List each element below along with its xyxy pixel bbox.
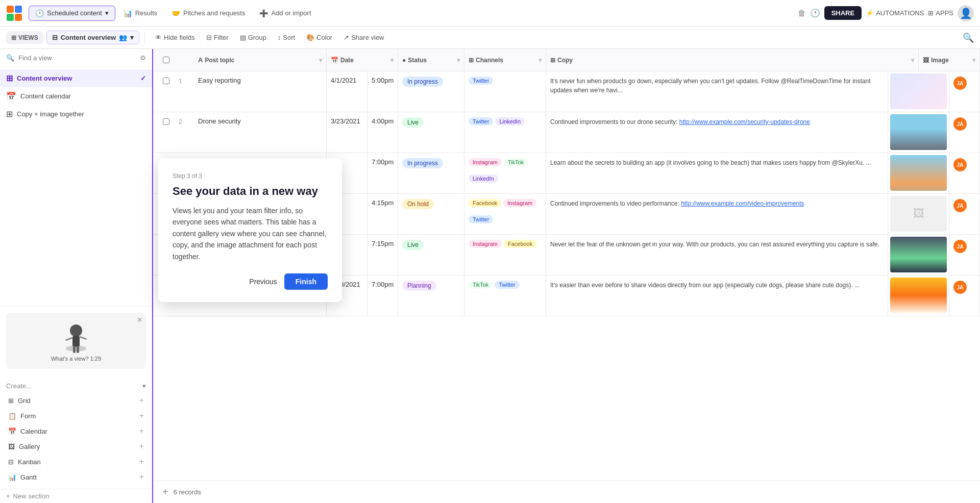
svg-rect-6: [72, 336, 80, 347]
row-image-cell: [888, 235, 949, 275]
chevron-down-icon: ▾: [142, 382, 146, 390]
svg-rect-0: [7, 6, 14, 13]
row-checkbox[interactable]: [163, 118, 169, 125]
th-status[interactable]: ● Status ▾: [398, 49, 464, 71]
create-kanban[interactable]: ⊟ Kanban +: [6, 454, 146, 469]
row-status[interactable]: Live: [398, 235, 464, 275]
tab-scheduled-content[interactable]: 🕐 Scheduled content ▾: [29, 6, 115, 21]
th-channels[interactable]: ⊞ Channels ▾: [464, 49, 546, 71]
row-status[interactable]: On hold: [398, 194, 464, 234]
row-time: 7:00pm: [368, 275, 398, 316]
copy-link[interactable]: http://www.example.com/security-updates-…: [679, 118, 810, 125]
search-icon[interactable]: 🔍: [963, 32, 974, 43]
color-button[interactable]: 🎨 Color: [301, 31, 337, 44]
group-button[interactable]: ▤ Group: [235, 31, 272, 44]
row-status[interactable]: Live: [398, 112, 464, 153]
plus-icon[interactable]: +: [139, 396, 144, 405]
row-copy: Never let the fear of the unknown get in…: [546, 235, 888, 275]
video-card[interactable]: ✕ What's a view? 1:29: [6, 313, 146, 369]
create-grid[interactable]: ⊞ Grid +: [6, 393, 146, 408]
create-calendar[interactable]: 📅 Calendar +: [6, 423, 146, 439]
user-avatar[interactable]: 👤: [958, 5, 974, 21]
gantt-icon: 📊: [8, 473, 16, 481]
close-icon[interactable]: ✕: [137, 316, 143, 324]
row-channels[interactable]: Instagram TikTok LinkedIn: [464, 153, 546, 193]
create-gallery[interactable]: 🖼 Gallery +: [6, 439, 146, 454]
row-status[interactable]: In progress: [398, 71, 464, 112]
previous-button[interactable]: Previous: [249, 278, 277, 286]
row-channels[interactable]: TikTok Twitter: [464, 275, 546, 316]
row-channels[interactable]: Twitter LinkedIn: [464, 112, 546, 153]
sidebar-item-content-calendar[interactable]: 📅 Content calendar: [0, 87, 152, 105]
select-all-checkbox[interactable]: [163, 57, 169, 63]
th-checkbox[interactable]: [153, 57, 179, 63]
row-checkbox[interactable]: [163, 78, 169, 84]
grid-nav-icon: ⊞: [6, 73, 13, 83]
tab-addimport[interactable]: ➕ Add or import: [253, 6, 317, 20]
th-image[interactable]: 🖼 Image ▾: [919, 49, 980, 71]
channel-badge: Twitter: [495, 281, 519, 289]
share-button[interactable]: SHARE: [824, 6, 862, 20]
date-icon: 📅: [331, 57, 338, 64]
plus-icon[interactable]: +: [139, 426, 144, 436]
automations-button[interactable]: ⚡ AUTOMATIONS: [866, 9, 924, 17]
history-icon[interactable]: 🕐: [810, 8, 820, 18]
th-copy[interactable]: ⊞ Copy ▾: [546, 49, 919, 71]
add-row-button[interactable]: +: [161, 485, 169, 499]
row-status[interactable]: In progress: [398, 153, 464, 193]
people-icon: 👥: [119, 34, 127, 41]
share-view-button[interactable]: ↗ Share view: [338, 31, 389, 44]
finish-button[interactable]: Finish: [284, 273, 328, 290]
plus-icon[interactable]: +: [139, 411, 144, 420]
svg-rect-2: [7, 14, 14, 21]
channel-badge: Instagram: [503, 199, 536, 207]
copy-link[interactable]: http://www.example.com/video-improvement…: [681, 200, 804, 207]
tab-pitches[interactable]: 🤝 Pitches and requests: [165, 6, 251, 20]
video-thumbnail: [56, 318, 96, 354]
avatar: JA: [953, 199, 967, 212]
views-button[interactable]: ⊞ VIEWS: [6, 32, 43, 44]
content-overview-tab[interactable]: ⊟ Content overview 👥 ▾: [46, 31, 139, 44]
tab-addimport-label: Add or import: [271, 9, 311, 17]
row-channels[interactable]: Instagram Facebook: [464, 235, 546, 275]
avatar: JA: [953, 158, 967, 171]
new-section-button[interactable]: + New section: [0, 489, 152, 503]
row-avatar-cell: JA: [949, 235, 980, 275]
hide-fields-button[interactable]: 👁 Hide fields: [150, 31, 200, 44]
status-badge: On hold: [402, 199, 434, 209]
plus-icon[interactable]: +: [139, 457, 144, 466]
trash-icon[interactable]: 🗑: [798, 9, 806, 18]
tab-results[interactable]: 📊 Results: [117, 6, 163, 20]
row-date: 3/23/2021: [327, 112, 368, 153]
search-input[interactable]: [18, 54, 136, 62]
create-header[interactable]: Create... ▾: [6, 379, 146, 393]
plus-icon[interactable]: +: [139, 472, 144, 482]
row-time: 7:00pm: [368, 153, 398, 193]
filter-button[interactable]: ⊟ Filter: [201, 31, 234, 44]
create-form[interactable]: 📋 Form +: [6, 408, 146, 423]
row-channels[interactable]: Twitter: [464, 71, 546, 112]
kanban-icon: ⊟: [8, 458, 14, 466]
apps-button[interactable]: ⊞ APPS: [928, 9, 953, 17]
row-channels[interactable]: Facebook Instagram Twitter: [464, 194, 546, 234]
row-post-topic[interactable]: Drone security: [194, 112, 327, 153]
sort-button[interactable]: ↕ Sort: [273, 31, 300, 44]
sort-chevron-icon: ▾: [457, 57, 460, 64]
create-gantt[interactable]: 📊 Gantt +: [6, 469, 146, 485]
tab-scheduled-label: Scheduled content: [47, 9, 102, 17]
th-date[interactable]: 📅 Date ▾: [327, 49, 398, 71]
sidebar-item-copy-image[interactable]: ⊞ Copy + image together: [0, 105, 152, 123]
calendar-icon: 📅: [8, 427, 16, 435]
status-badge: Planning: [402, 281, 436, 291]
avatar: JA: [953, 281, 967, 294]
row-post-topic[interactable]: Easy reporting: [194, 71, 327, 112]
row-status[interactable]: Planning: [398, 275, 464, 316]
sort-icon: ↕: [278, 34, 281, 41]
tooltip-step: Step 3 of 3: [173, 172, 328, 180]
plus-icon[interactable]: +: [139, 442, 144, 451]
th-post-topic[interactable]: A Post topic ▾: [194, 49, 327, 71]
sidebar-item-content-overview[interactable]: ⊞ Content overview ✓: [0, 69, 152, 87]
channel-badge: Twitter: [469, 215, 493, 223]
settings-gear-icon[interactable]: ⚙: [140, 54, 146, 62]
image-thumbnail: [890, 155, 947, 191]
